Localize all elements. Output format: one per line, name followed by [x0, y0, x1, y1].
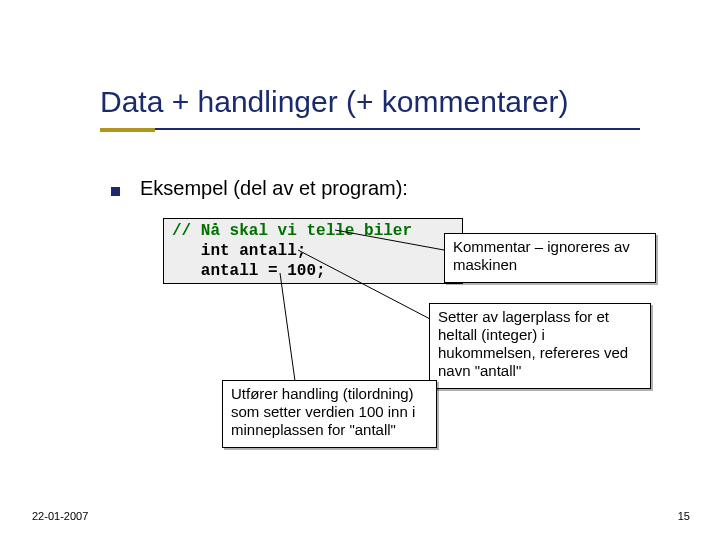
footer-page-number: 15 — [678, 510, 690, 522]
slide-title: Data + handlinger (+ kommentarer) — [100, 85, 569, 119]
code-line-1: // Nå skal vi telle biler — [172, 222, 412, 240]
bullet-text: Eksempel (del av et program): — [140, 177, 408, 200]
code-line-2: int antall; — [172, 242, 306, 260]
footer-date: 22-01-2007 — [32, 510, 88, 522]
annotation-assign: Utfører handling (tilordning) som setter… — [222, 380, 437, 448]
title-accent — [100, 128, 155, 132]
annotation-storage: Setter av lagerplass for et heltall (int… — [429, 303, 651, 389]
title-underline — [100, 128, 640, 130]
code-line-3: antall = 100; — [172, 262, 326, 280]
svg-line-2 — [280, 273, 295, 381]
annotation-comment: Kommentar – ignoreres av maskinen — [444, 233, 656, 283]
bullet-square-icon — [111, 187, 120, 196]
code-box: // Nå skal vi telle biler int antall; an… — [163, 218, 463, 284]
